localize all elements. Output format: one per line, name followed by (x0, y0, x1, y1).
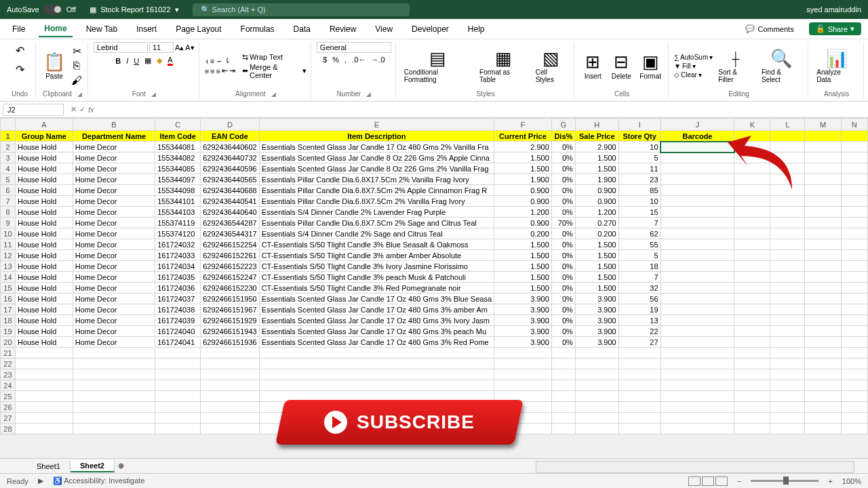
col-header-N[interactable]: N (841, 119, 867, 131)
cell-M26[interactable] (805, 402, 841, 413)
cell-H22[interactable] (575, 359, 618, 369)
cell-M12[interactable] (805, 250, 841, 261)
cell-D23[interactable] (201, 369, 260, 380)
cell-J26[interactable] (660, 402, 734, 413)
cell-M8[interactable] (805, 207, 841, 218)
row-header-10[interactable]: 10 (1, 228, 16, 239)
cell-N6[interactable] (841, 185, 867, 196)
cell-G3[interactable]: 0% (551, 152, 575, 163)
cell-N15[interactable] (841, 283, 867, 293)
cell-C1[interactable]: Item Code (155, 131, 201, 142)
cell-M16[interactable] (805, 293, 841, 304)
cell-M19[interactable] (805, 326, 841, 337)
cell-D27[interactable] (201, 413, 260, 424)
align-top-icon[interactable]: ⫞ (205, 57, 209, 65)
cell-G22[interactable] (551, 359, 575, 369)
cell-H24[interactable] (575, 380, 618, 391)
cell-A3[interactable]: House Hold (15, 152, 73, 163)
cell-J12[interactable] (660, 250, 734, 261)
cell-L16[interactable] (770, 293, 805, 304)
cell-K17[interactable] (734, 304, 770, 315)
cell-E16[interactable]: Essentials Scented Glass Jar Candle 17 O… (259, 293, 494, 304)
cell-N5[interactable] (841, 174, 867, 185)
cell-L25[interactable] (770, 391, 805, 402)
cell-B27[interactable] (73, 413, 155, 424)
cell-M22[interactable] (805, 359, 841, 369)
cell-D15[interactable]: 6292466152230 (201, 283, 260, 293)
cell-K24[interactable] (734, 380, 770, 391)
cell-C26[interactable] (155, 402, 201, 413)
cell-N21[interactable] (841, 348, 867, 359)
cell-G13[interactable]: 0% (551, 261, 575, 272)
cell-G14[interactable]: 0% (551, 272, 575, 283)
view-mode-buttons[interactable] (688, 476, 728, 486)
col-header-I[interactable]: I (618, 119, 660, 131)
cell-A26[interactable] (15, 402, 73, 413)
cell-F4[interactable]: 1.500 (494, 163, 552, 174)
menu-file[interactable]: File (7, 22, 31, 37)
row-header-7[interactable]: 7 (1, 196, 16, 207)
cell-N4[interactable] (841, 163, 867, 174)
cell-K15[interactable] (734, 283, 770, 293)
col-header-C[interactable]: C (155, 119, 201, 131)
cell-H12[interactable]: 1.500 (575, 250, 618, 261)
cell-L14[interactable] (770, 272, 805, 283)
cell-C11[interactable]: 161724032 (155, 239, 201, 250)
autosave-toggle[interactable] (43, 5, 62, 14)
cell-B3[interactable]: Home Decor (73, 152, 155, 163)
row-header-15[interactable]: 15 (1, 283, 16, 293)
cell-J21[interactable] (660, 348, 734, 359)
cell-L15[interactable] (770, 283, 805, 293)
cell-N17[interactable] (841, 304, 867, 315)
cell-L18[interactable] (770, 315, 805, 326)
cell-I24[interactable] (618, 380, 660, 391)
cell-D28[interactable] (201, 424, 260, 434)
row-header-9[interactable]: 9 (1, 218, 16, 228)
cell-B28[interactable] (73, 424, 155, 434)
font-color-button[interactable]: A (167, 56, 172, 66)
accessibility-status[interactable]: ♿ Accessibility: Investigate (53, 476, 145, 485)
cell-D12[interactable]: 6292466152261 (201, 250, 260, 261)
cell-B16[interactable]: Home Decor (73, 293, 155, 304)
align-mid-icon[interactable]: ≡ (210, 57, 214, 65)
cell-F12[interactable]: 1.500 (494, 250, 552, 261)
cell-A5[interactable]: House Hold (15, 174, 73, 185)
row-header-28[interactable]: 28 (1, 424, 16, 434)
comma-icon[interactable]: , (344, 56, 347, 64)
cell-H25[interactable] (575, 391, 618, 402)
cell-F11[interactable]: 1.500 (494, 239, 552, 250)
cell-B19[interactable]: Home Decor (73, 326, 155, 337)
cell-L27[interactable] (770, 413, 805, 424)
cell-C28[interactable] (155, 424, 201, 434)
cell-D5[interactable]: 6292436440565 (201, 174, 260, 185)
cell-I2[interactable]: 10 (618, 142, 660, 152)
cell-D1[interactable]: EAN Code (201, 131, 260, 142)
cell-E12[interactable]: CT-Essentials S/50 Tlight Candle 3% ambe… (259, 250, 494, 261)
username[interactable]: syed amairuddin (806, 5, 861, 14)
row-header-21[interactable]: 21 (1, 348, 16, 359)
cell-A24[interactable] (15, 380, 73, 391)
cell-N20[interactable] (841, 337, 867, 348)
col-header-M[interactable]: M (805, 119, 841, 131)
cell-L12[interactable] (770, 250, 805, 261)
cell-M15[interactable] (805, 283, 841, 293)
cell-C3[interactable]: 155344082 (155, 152, 201, 163)
cell-L19[interactable] (770, 326, 805, 337)
cell-H9[interactable]: 0.270 (575, 218, 618, 228)
cell-K9[interactable] (734, 218, 770, 228)
cell-J7[interactable] (660, 196, 734, 207)
cell-F18[interactable]: 3.900 (494, 315, 552, 326)
cell-I23[interactable] (618, 369, 660, 380)
cell-M28[interactable] (805, 424, 841, 434)
cell-F19[interactable]: 3.900 (494, 326, 552, 337)
cell-C13[interactable]: 161724034 (155, 261, 201, 272)
cell-J24[interactable] (660, 380, 734, 391)
cell-E10[interactable]: Essentials S/4 Dinner Candle 2% Sage and… (259, 228, 494, 239)
menu-view[interactable]: View (370, 22, 398, 37)
cell-A2[interactable]: House Hold (15, 142, 73, 152)
fx-icon[interactable]: fx (88, 106, 94, 114)
cell-I13[interactable]: 18 (618, 261, 660, 272)
inc-dec-icon[interactable]: .0← (352, 56, 366, 64)
cell-N10[interactable] (841, 228, 867, 239)
cell-A28[interactable] (15, 424, 73, 434)
